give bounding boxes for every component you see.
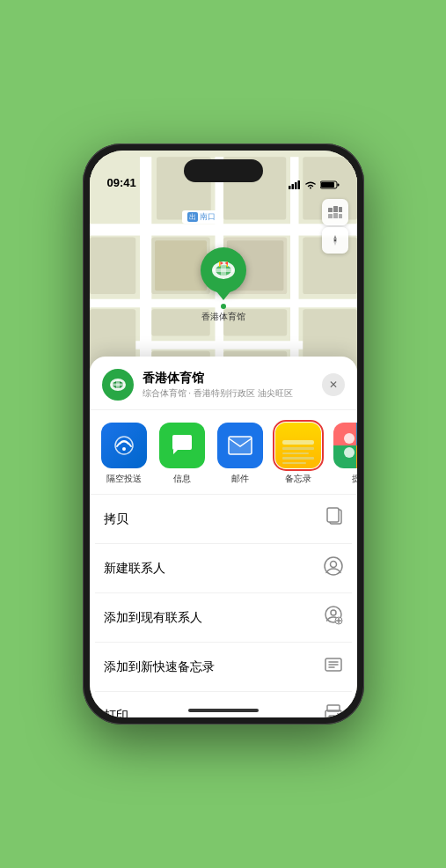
airdrop-icon [101, 423, 147, 468]
map-type-button[interactable] [322, 199, 348, 225]
svg-rect-75 [329, 716, 338, 717]
pin-label: 香港体育馆 [201, 311, 245, 323]
action-list: 拷贝 新建联系人 [90, 495, 357, 717]
south-entrance-label: 出 南口 [182, 210, 221, 224]
share-app-more[interactable]: 提 [331, 423, 357, 485]
svg-rect-53 [356, 423, 357, 445]
home-indicator [188, 709, 259, 712]
svg-point-58 [344, 447, 355, 458]
venue-header: 香港体育馆 综合体育馆 · 香港特别行政区 油尖旺区 ✕ [90, 357, 357, 410]
venue-name: 香港体育馆 [143, 371, 322, 386]
svg-rect-3 [297, 180, 300, 189]
svg-rect-1 [291, 184, 294, 189]
compass-icon [329, 234, 341, 246]
svg-rect-39 [221, 265, 226, 276]
action-quick-note[interactable]: 添加到新快速备忘录 [95, 643, 352, 692]
new-contact-icon [324, 556, 343, 580]
action-add-existing[interactable]: 添加到现有联系人 [95, 593, 352, 643]
venue-info: 香港体育馆 综合体育馆 · 香港特别行政区 油尖旺区 [143, 371, 322, 400]
copy-icon [325, 507, 343, 531]
copy-symbol [325, 507, 343, 526]
action-copy[interactable]: 拷贝 [95, 495, 352, 544]
new-contact-symbol [324, 556, 343, 576]
new-contact-label: 新建联系人 [104, 561, 165, 577]
messages-symbol [169, 432, 195, 459]
bottom-sheet: 香港体育馆 综合体育馆 · 香港特别行政区 油尖旺区 ✕ [90, 357, 357, 717]
share-app-mail[interactable]: 邮件 [215, 423, 266, 485]
svg-point-35 [333, 239, 336, 242]
svg-rect-61 [327, 508, 339, 522]
svg-point-76 [337, 713, 339, 715]
print-symbol [324, 704, 343, 717]
svg-rect-31 [339, 207, 342, 212]
status-time: 09:41 [107, 176, 136, 189]
wifi-icon [304, 180, 317, 189]
pin-bubble [201, 247, 246, 293]
svg-rect-29 [328, 208, 333, 212]
phone-frame: 09:41 [83, 143, 364, 725]
svg-rect-21 [90, 237, 135, 294]
share-app-airdrop[interactable]: 隔空投送 [99, 423, 150, 485]
svg-rect-47 [116, 381, 120, 389]
svg-rect-15 [155, 240, 207, 291]
svg-rect-33 [333, 213, 338, 218]
add-existing-symbol [324, 606, 343, 625]
quick-note-icon [324, 655, 343, 679]
more-icon [333, 423, 357, 468]
airdrop-symbol [112, 433, 136, 458]
stadium-icon [209, 256, 238, 284]
mail-label: 邮件 [231, 473, 249, 485]
more-label: 提 [352, 473, 357, 485]
mail-symbol [227, 434, 253, 457]
svg-point-49 [122, 447, 126, 451]
svg-rect-6 [321, 182, 334, 188]
svg-point-56 [344, 433, 355, 444]
notes-label: 备忘录 [285, 473, 311, 485]
mail-icon [217, 423, 263, 468]
airdrop-label: 隔空投送 [106, 473, 142, 485]
add-existing-icon [324, 606, 343, 629]
svg-point-63 [330, 562, 336, 568]
signal-icon [289, 180, 301, 189]
action-new-contact[interactable]: 新建联系人 [95, 544, 352, 593]
more-symbol [333, 423, 357, 468]
share-app-messages[interactable]: 信息 [157, 423, 208, 485]
print-label: 打印 [104, 708, 128, 718]
venue-icon [102, 369, 134, 401]
svg-rect-5 [337, 184, 339, 187]
messages-icon [159, 423, 205, 468]
close-button[interactable]: ✕ [322, 373, 345, 396]
messages-label: 信息 [173, 473, 191, 485]
add-existing-label: 添加到现有联系人 [104, 610, 202, 626]
venue-subtitle: 综合体育馆 · 香港特别行政区 油尖旺区 [143, 387, 322, 400]
map-controls [322, 199, 348, 254]
location-pin: 香港体育馆 [201, 247, 246, 323]
svg-point-65 [331, 610, 336, 615]
svg-rect-50 [229, 437, 252, 454]
dynamic-island [184, 159, 263, 182]
svg-rect-2 [295, 182, 297, 189]
svg-rect-34 [339, 214, 342, 218]
status-icons [289, 180, 340, 189]
phone-screen: 09:41 [90, 151, 357, 717]
svg-rect-32 [328, 214, 333, 218]
action-print[interactable]: 打印 [95, 692, 352, 717]
share-apps-row: 隔空投送 信息 [90, 410, 357, 495]
notes-icon [275, 423, 321, 468]
svg-rect-40 [219, 261, 221, 267]
pin-shadow [221, 304, 226, 309]
svg-rect-30 [333, 206, 338, 212]
share-app-notes[interactable]: 备忘录 [273, 423, 324, 485]
venue-stadium-icon [108, 375, 128, 394]
svg-rect-0 [289, 186, 291, 189]
location-button[interactable] [322, 227, 348, 254]
print-icon [324, 704, 343, 717]
battery-icon [320, 180, 340, 189]
copy-label: 拷贝 [104, 511, 128, 527]
map-type-icon [328, 206, 342, 218]
quick-note-label: 添加到新快速备忘录 [104, 659, 215, 675]
quick-note-symbol [324, 655, 343, 674]
svg-rect-55 [356, 445, 357, 468]
